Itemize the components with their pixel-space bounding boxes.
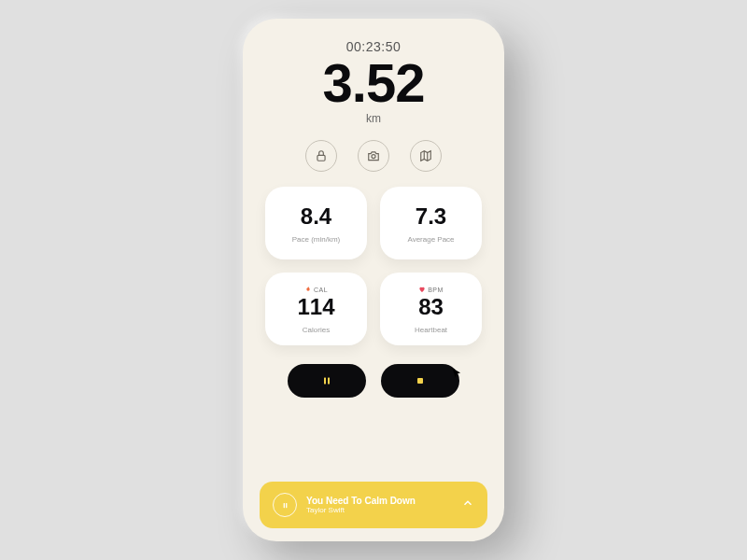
avg-pace-value: 7.3 (416, 204, 446, 229)
phone-frame: 00:23:50 3.52 km 8.4 Pace (min/km) 7.3 A… (243, 19, 504, 541)
svg-rect-0 (317, 155, 325, 161)
stat-grid: 8.4 Pace (min/km) 7.3 Average Pace CAL 1… (260, 187, 487, 345)
calories-label: Calories (303, 326, 330, 334)
pause-icon (281, 501, 289, 510)
lock-button[interactable] (305, 140, 337, 172)
svg-rect-4 (417, 378, 423, 384)
stop-button[interactable] (381, 364, 459, 398)
heart-icon (418, 286, 426, 293)
pace-value: 8.4 (301, 204, 331, 229)
camera-icon (367, 149, 380, 162)
distance-unit: km (260, 112, 487, 125)
svg-rect-6 (286, 502, 287, 507)
music-text: You Need To Calm Down Taylor Swift (306, 496, 461, 514)
map-button[interactable] (410, 140, 442, 172)
music-artist: Taylor Swift (306, 506, 461, 514)
chevron-up-icon (461, 497, 474, 510)
control-row (260, 364, 487, 398)
avg-pace-label: Average Pace (407, 235, 454, 244)
pace-card[interactable]: 8.4 Pace (min/km) (265, 187, 367, 259)
heart-badge: BPM (418, 286, 444, 293)
heart-card[interactable]: BPM 83 Heartbeat (380, 273, 482, 345)
heart-label: Heartbeat (415, 326, 447, 334)
calories-value: 114 (297, 295, 334, 319)
camera-button[interactable] (358, 140, 389, 172)
music-bar[interactable]: You Need To Calm Down Taylor Swift (260, 482, 487, 528)
music-title: You Need To Calm Down (306, 496, 461, 506)
svg-rect-2 (324, 378, 326, 385)
action-row (260, 140, 487, 172)
stop-icon (415, 375, 426, 386)
pause-icon (321, 375, 332, 386)
pace-label: Pace (min/km) (292, 235, 341, 244)
lock-icon (315, 149, 328, 162)
calories-badge: CAL (304, 286, 328, 293)
distance-value: 3.52 (260, 56, 487, 110)
music-expand-button[interactable] (461, 497, 474, 513)
flame-icon (304, 286, 312, 293)
music-pause-button[interactable] (273, 493, 297, 517)
avg-pace-card[interactable]: 7.3 Average Pace (380, 187, 482, 259)
svg-rect-5 (283, 502, 284, 507)
svg-rect-3 (328, 378, 330, 385)
heart-value: 83 (418, 295, 444, 319)
pause-button[interactable] (288, 364, 366, 398)
svg-point-1 (372, 155, 375, 159)
calories-card[interactable]: CAL 114 Calories (265, 273, 367, 345)
map-icon (419, 149, 432, 162)
